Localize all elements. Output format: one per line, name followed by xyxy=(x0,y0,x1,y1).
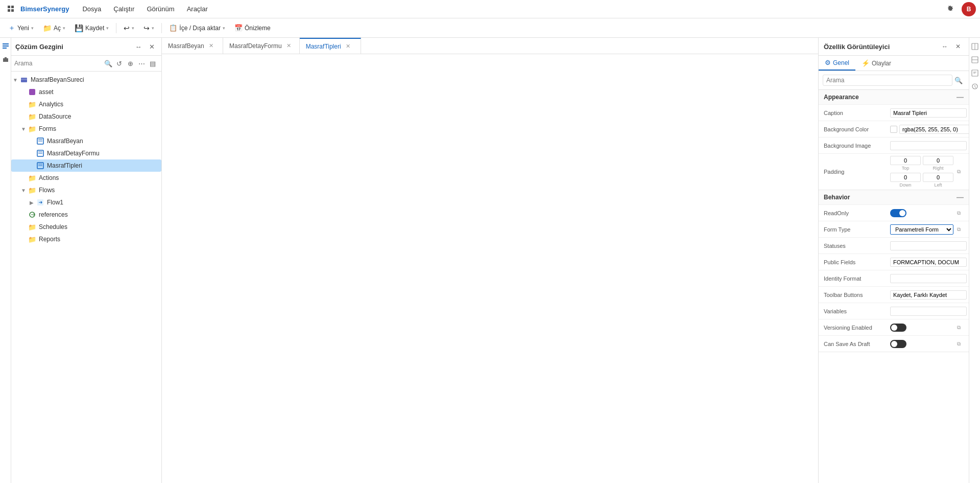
tree-label-reports: Reports xyxy=(39,236,60,243)
collapse-icon[interactable]: — xyxy=(957,93,964,101)
variables-input[interactable] xyxy=(890,307,967,316)
versioning-enabled-toggle[interactable] xyxy=(890,324,906,332)
readonly-copy-icon[interactable]: ⧉ xyxy=(953,208,964,218)
undo-button[interactable]: ↩ ▾ xyxy=(119,22,138,34)
right-edge-icon-4[interactable] xyxy=(970,82,979,91)
expand-icon[interactable]: ▼ xyxy=(11,77,19,83)
tree-item-flow1[interactable]: ▶ Flow1 xyxy=(11,196,161,209)
tree-item-masrafbeyan[interactable]: MasrafBeyan xyxy=(11,135,161,147)
right-edge-icon-1[interactable] xyxy=(970,42,979,51)
user-avatar[interactable]: B xyxy=(962,2,976,16)
tree-item-reports[interactable]: 📁 Reports xyxy=(11,233,161,245)
menu-dosya[interactable]: Dosya xyxy=(77,3,106,15)
tree-label-datasource: DataSource xyxy=(39,113,71,120)
form-type-select[interactable]: Standart Form Parametreli Form Liste For… xyxy=(890,224,953,235)
settings-icon[interactable] xyxy=(943,2,958,16)
app-grid-icon[interactable] xyxy=(4,2,18,16)
property-search-input[interactable] xyxy=(823,75,952,86)
view-toggle-icon[interactable]: ▤ xyxy=(147,58,158,69)
padding-right-input[interactable] xyxy=(923,156,953,165)
expand-icon[interactable]: ▼ xyxy=(19,188,28,193)
tree-item-references[interactable]: references xyxy=(11,209,161,221)
toolbar-buttons-label: Toolbar Buttons xyxy=(824,292,890,298)
refresh-icon[interactable]: ↺ xyxy=(113,58,125,69)
padding-down-cell: Down xyxy=(890,173,921,188)
tree-item-forms[interactable]: ▼ 📁 Forms xyxy=(11,123,161,135)
tree-label-masrafbeyan: MasrafBeyan xyxy=(47,137,83,145)
property-search-icon[interactable]: 🔍 xyxy=(952,74,965,86)
tree-item-masraftipleri[interactable]: MasrafTipleri xyxy=(11,159,161,172)
add-item-icon[interactable]: ⊕ xyxy=(125,58,136,69)
expand-icon[interactable]: ▶ xyxy=(28,200,36,205)
toolbox-icon[interactable] xyxy=(1,55,10,64)
explorer-title: Çözüm Gezgini xyxy=(15,43,63,51)
tab-genel[interactable]: ⚙ Genel xyxy=(819,56,855,71)
chevron-down-icon: ▾ xyxy=(106,26,109,31)
tree-item-actions[interactable]: 📁 Actions xyxy=(11,172,161,184)
explorer-tree: ▼ MasrafBeyanSureci asset xyxy=(11,72,161,483)
open-button[interactable]: 📁 Aç ▾ xyxy=(39,22,69,34)
redo-button[interactable]: ↪ ▾ xyxy=(139,22,158,34)
bg-color-input[interactable] xyxy=(899,125,969,134)
bg-image-input[interactable] xyxy=(890,141,967,150)
tab-masraftipleri[interactable]: MasrafTipleri ✕ xyxy=(300,38,361,54)
save-button[interactable]: 💾 Kaydet ▾ xyxy=(70,22,113,34)
caption-input[interactable] xyxy=(890,108,967,118)
tree-item-analytics[interactable]: 📁 Analytics xyxy=(11,98,161,110)
tab-genel-label: Genel xyxy=(833,59,849,66)
tab-close-icon[interactable]: ✕ xyxy=(344,42,352,51)
new-button[interactable]: ＋ Yeni ▾ xyxy=(4,21,38,35)
search-icon[interactable]: 🔍 xyxy=(103,58,113,68)
menu-araclar[interactable]: Araçlar xyxy=(182,3,213,15)
can-save-as-draft-copy-icon[interactable]: ⧉ xyxy=(953,339,964,349)
form-type-copy-icon[interactable]: ⧉ xyxy=(953,224,964,235)
pin-icon[interactable]: ↔ xyxy=(133,41,144,52)
tree-item-asset[interactable]: asset xyxy=(11,86,161,98)
collapse-icon[interactable]: — xyxy=(957,193,964,201)
folder-icon: 📁 xyxy=(28,124,37,133)
behavior-section: Behavior — ReadOnly ⧉ Form Type S xyxy=(819,190,969,352)
tab-masrafbeyan[interactable]: MasrafBeyan ✕ xyxy=(162,38,223,54)
import-export-button[interactable]: 📋 İçe / Dışa aktar ▾ xyxy=(165,22,229,34)
tree-item-datasource[interactable]: 📁 DataSource xyxy=(11,110,161,123)
right-edge-icon-2[interactable] xyxy=(970,55,979,64)
close-panel-icon[interactable]: ✕ xyxy=(952,41,964,52)
tree-item-schedules[interactable]: 📁 Schedules xyxy=(11,221,161,233)
behavior-section-header[interactable]: Behavior — xyxy=(819,190,969,204)
search-input[interactable] xyxy=(14,60,103,67)
menu-gorunum[interactable]: Görünüm xyxy=(141,3,179,15)
tree-item-root[interactable]: ▼ MasrafBeyanSureci xyxy=(11,74,161,86)
identity-format-input[interactable] xyxy=(890,274,967,283)
svg-rect-1 xyxy=(11,6,14,8)
tree-label-masraftipleri: MasrafTipleri xyxy=(47,162,82,169)
padding-top-input[interactable] xyxy=(890,156,921,165)
tree-item-masrafdetayformu[interactable]: MasrafDetayFormu xyxy=(11,147,161,159)
versioning-enabled-label: Versioning Enabled xyxy=(824,325,890,331)
menu-calistir[interactable]: Çalıştır xyxy=(108,3,139,15)
versioning-enabled-copy-icon[interactable]: ⧉ xyxy=(953,323,964,333)
close-explorer-icon[interactable]: ✕ xyxy=(146,41,157,52)
padding-down-input[interactable] xyxy=(890,173,921,182)
tab-close-icon[interactable]: ✕ xyxy=(285,42,293,50)
tab-close-icon[interactable]: ✕ xyxy=(207,42,216,50)
tab-masrafdetayformu[interactable]: MasrafDetayFormu ✕ xyxy=(223,38,300,54)
canvas[interactable] xyxy=(162,54,818,483)
appearance-section-header[interactable]: Appearance — xyxy=(819,90,969,104)
tree-item-flows[interactable]: ▼ 📁 Flows xyxy=(11,184,161,196)
toolbar-buttons-input[interactable] xyxy=(890,290,967,300)
can-save-as-draft-toggle[interactable] xyxy=(890,340,906,348)
padding-left-input[interactable] xyxy=(923,173,953,182)
more-options-icon[interactable]: ⋯ xyxy=(136,58,147,69)
tab-olaylar[interactable]: ⚡ Olaylar xyxy=(855,56,897,71)
svg-rect-4 xyxy=(3,43,9,44)
padding-copy-icon[interactable]: ⧉ xyxy=(953,167,964,177)
right-edge-icon-3[interactable] xyxy=(970,68,979,78)
readonly-toggle[interactable] xyxy=(890,209,906,217)
pin-panel-icon[interactable]: ↔ xyxy=(939,41,950,52)
public-fields-input[interactable] xyxy=(890,258,967,267)
color-swatch[interactable] xyxy=(890,126,897,133)
preview-button[interactable]: 📅 Önizleme xyxy=(230,22,275,34)
expand-icon[interactable]: ▼ xyxy=(19,126,28,132)
statuses-input[interactable] xyxy=(890,241,967,250)
explorer-icon[interactable] xyxy=(1,42,10,51)
